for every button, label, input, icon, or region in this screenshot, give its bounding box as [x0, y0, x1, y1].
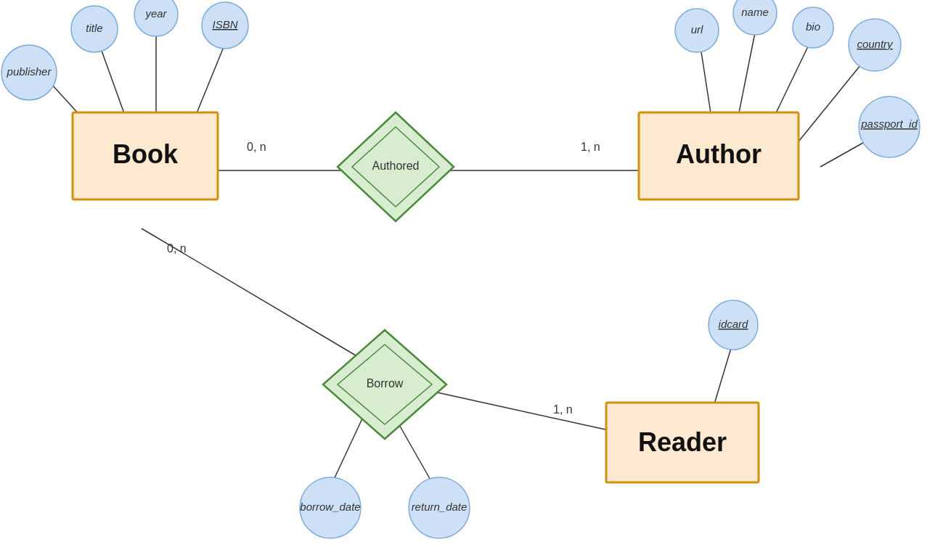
author-label: Author [676, 139, 762, 169]
svg-line-9 [799, 57, 868, 141]
attr-year-label: year [144, 7, 167, 20]
attr-idcard-label: idcard [719, 318, 749, 330]
attr-url-label: url [691, 23, 703, 36]
book-label: Book [113, 139, 179, 169]
attr-country-label: country [857, 38, 894, 50]
attr-passport-id-label: passport_id [860, 118, 918, 130]
er-diagram: Book Author Reader Authored Borrow publi… [0, 0, 951, 560]
cardinality-reader-borrow: 1, n [553, 403, 573, 416]
cardinality-book-authored: 0, n [247, 141, 266, 153]
attr-bio-label: bio [806, 20, 820, 33]
svg-line-12 [417, 388, 632, 435]
cardinality-book-borrow: 0, n [167, 242, 187, 255]
authored-label: Authored [372, 160, 420, 172]
cardinality-author-authored: 1, n [581, 141, 600, 153]
svg-line-13 [332, 417, 363, 482]
attr-return-date-label: return_date [412, 501, 468, 513]
reader-label: Reader [638, 427, 727, 457]
attr-title-label: title [86, 22, 102, 34]
attr-name-label: name [741, 6, 769, 18]
attr-publisher-label: publisher [7, 65, 52, 78]
borrow-label: Borrow [367, 377, 404, 390]
svg-line-14 [396, 419, 432, 482]
attr-borrow-date-label: borrow_date [300, 501, 360, 513]
attr-isbn-label: ISBN [212, 18, 237, 30]
